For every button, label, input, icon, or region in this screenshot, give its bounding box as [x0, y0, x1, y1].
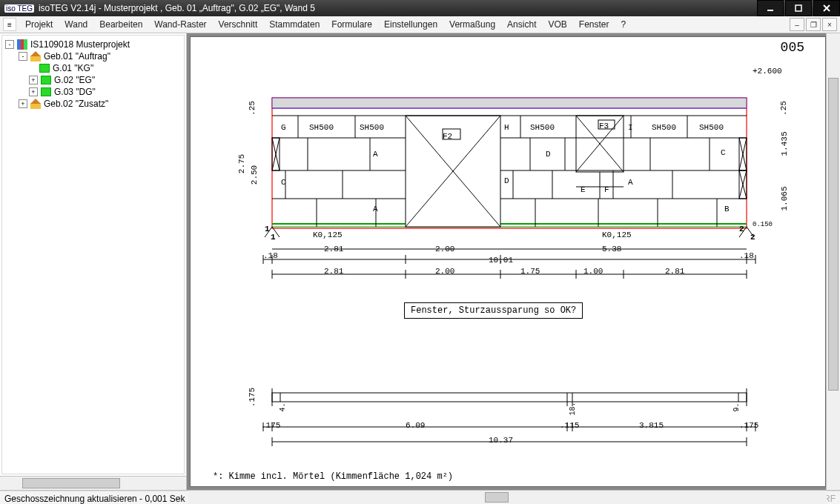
menu-help[interactable]: ? — [615, 18, 632, 31]
axis-left-bottom: 1 — [271, 233, 276, 242]
lbl-K-right: K0,125 — [602, 231, 632, 239]
svg-rect-4 — [272, 98, 747, 228]
app-menu-icon[interactable]: ≡ — [3, 18, 16, 31]
plan-dim-c: .115 — [560, 421, 579, 430]
dim-right-mid2: 1.065 — [780, 186, 789, 210]
lbl-A: A — [373, 205, 378, 213]
expand-icon[interactable]: - — [19, 52, 27, 61]
menu-stammdaten[interactable]: Stammdaten — [263, 18, 325, 31]
lbl-C: C — [721, 148, 726, 157]
menu-verschnitt[interactable]: Verschnitt — [213, 18, 264, 31]
tree-label: G.03 "DG" — [54, 87, 96, 97]
scrollbar-thumb[interactable] — [485, 492, 509, 503]
sidebar: - IS1109018 Musterprojekt - Geb.01 "Auft… — [0, 33, 187, 490]
plan-dim-b: 6.09 — [406, 421, 425, 430]
tree-floor[interactable]: + G.02 "EG" — [5, 74, 181, 86]
scrollbar-thumb[interactable] — [22, 478, 120, 488]
lbl-F: F — [604, 185, 609, 194]
lbl-I: I — [628, 123, 633, 132]
tree-label: G.02 "EG" — [54, 75, 95, 85]
expand-icon[interactable]: - — [5, 40, 14, 49]
lbl-C: C — [281, 178, 286, 187]
lbl-SH500: SH500 — [309, 123, 334, 132]
menu-ansicht[interactable]: Ansicht — [501, 18, 542, 31]
lbl-SH500: SH500 — [530, 123, 555, 132]
menu-einstellungen[interactable]: Einstellungen — [378, 18, 443, 31]
axis-right-top: 2 — [739, 225, 744, 233]
floor-icon — [39, 64, 50, 73]
expand-icon[interactable]: + — [29, 87, 38, 96]
lbl-G: G — [281, 123, 286, 132]
lbl-D: D — [546, 150, 551, 159]
dim1-c: 2.00 — [435, 245, 454, 253]
dim2-e: 2.81 — [665, 267, 684, 276]
tree-building[interactable]: + Geb.02 "Zusatz" — [5, 98, 181, 110]
menu-bearbeiten[interactable]: Bearbeiten — [93, 18, 148, 31]
dim-left-top: .25 — [248, 101, 257, 116]
page-number: 005 — [781, 40, 804, 55]
menu-projekt[interactable]: Projekt — [19, 18, 59, 31]
scrollbar-thumb[interactable] — [828, 78, 839, 391]
lbl-A: A — [628, 178, 633, 187]
canvas-vscrollbar[interactable] — [826, 33, 840, 490]
elev-top-right: +2.600 — [753, 67, 782, 76]
drawing-note: Fenster, Sturzaussparung so OK? — [404, 302, 583, 319]
canvas-wrap: 005 — [187, 33, 840, 490]
lbl-D: D — [504, 176, 509, 185]
drawing-footnote: *: Kimme incl. Mörtel (Kimmenfläche 1,02… — [213, 471, 453, 482]
dim1-e: .18 — [739, 251, 754, 260]
dim-left-mid: 2.50 — [250, 165, 259, 185]
dim2-d: 1.00 — [583, 267, 603, 276]
mdi-close-button[interactable]: × — [822, 18, 837, 31]
tree-building[interactable]: - Geb.01 "Auftrag" — [5, 50, 181, 62]
maximize-button[interactable] — [785, 0, 812, 16]
lbl-SH500: SH500 — [652, 123, 676, 132]
menu-vob[interactable]: VOB — [542, 18, 572, 31]
plan-left-h: .175 — [248, 388, 257, 407]
menu-wand-raster[interactable]: Wand-Raster — [148, 18, 212, 31]
plan-dim-e: .175 — [739, 421, 758, 430]
mdi-restore-button[interactable]: ❐ — [806, 18, 821, 31]
tree-floor[interactable]: G.01 "KG" — [5, 62, 181, 74]
dim1-d: 5.38 — [602, 245, 621, 253]
tree-floor[interactable]: + G.03 "DG" — [5, 86, 181, 98]
expand-icon[interactable]: + — [19, 99, 27, 108]
house-icon — [30, 51, 41, 62]
menubar: ≡ Projekt Wand Bearbeiten Wand-Raster Ve… — [0, 16, 840, 33]
menu-formulare[interactable]: Formulare — [325, 18, 378, 31]
dim-right-mid1: 1.435 — [780, 131, 789, 156]
mdi-minimize-button[interactable]: – — [790, 18, 804, 31]
project-tree[interactable]: - IS1109018 Musterprojekt - Geb.01 "Auft… — [1, 35, 185, 474]
lbl-F2: F2 — [443, 132, 452, 141]
plan-dim-sum: 10.37 — [489, 436, 513, 445]
close-button[interactable] — [813, 0, 840, 16]
svg-rect-1 — [796, 5, 801, 11]
menu-fenster[interactable]: Fenster — [573, 18, 615, 31]
expand-icon[interactable]: + — [29, 76, 38, 84]
drawing-canvas[interactable]: 005 — [190, 36, 826, 487]
dim2-b: 2.00 — [435, 267, 454, 276]
svg-rect-5 — [272, 98, 747, 108]
tree-root[interactable]: - IS1109018 Musterprojekt — [5, 39, 181, 50]
wall-elevation-svg — [198, 59, 821, 282]
canvas-hscrollbar[interactable] — [188, 490, 827, 504]
dim1-sum: 10.01 — [489, 256, 513, 265]
sidebar-hscrollbar[interactable] — [0, 476, 186, 490]
lbl-K-left: K0,125 — [313, 231, 343, 239]
dim-left-span: 2.75 — [237, 154, 246, 173]
menu-vermassung[interactable]: Vermaßung — [443, 18, 501, 31]
lbl-SH500: SH500 — [360, 123, 384, 132]
status-left: Geschosszeichnung aktualisieren - 0,001 … — [4, 494, 185, 504]
plan-dim-d: 3.815 — [639, 421, 664, 430]
plan-dim-a: .175 — [261, 421, 280, 430]
minimize-button[interactable] — [757, 0, 784, 16]
lbl-F3: F3 — [599, 122, 609, 130]
dim2-c: 1.75 — [520, 267, 540, 276]
plan-inner-b: 18. — [569, 402, 577, 415]
plan-inner-c: 9. — [732, 402, 741, 411]
house-icon — [30, 99, 41, 109]
dim-right-top: .25 — [779, 101, 788, 116]
menu-wand[interactable]: Wand — [59, 18, 93, 31]
main-area: - IS1109018 Musterprojekt - Geb.01 "Auft… — [0, 33, 840, 491]
dim-right-base: 0.150 — [753, 221, 773, 228]
